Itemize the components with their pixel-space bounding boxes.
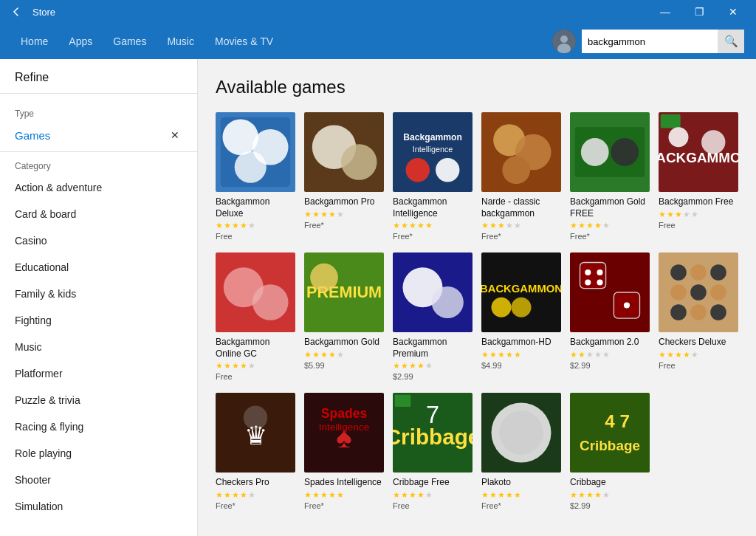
sidebar-item-role[interactable]: Role playing: [0, 440, 197, 467]
game-card[interactable]: ♛Checkers Pro★★★★★Free*: [216, 393, 295, 510]
sidebar-item-fighting[interactable]: Fighting: [0, 307, 197, 334]
page-title: Available games: [216, 77, 738, 97]
game-stars: ★★★★★: [216, 361, 295, 371]
nav-games[interactable]: Games: [104, 31, 155, 52]
star: ★: [594, 350, 602, 360]
svg-rect-25: [661, 114, 681, 128]
star: ★: [489, 221, 497, 230]
sidebar-item-casino[interactable]: Casino: [0, 227, 197, 254]
game-card[interactable]: PREMIUMBackgammon Gold★★★★★$5.99: [304, 252, 384, 381]
svg-point-57: [670, 304, 687, 320]
svg-rect-68: [395, 395, 411, 407]
game-card[interactable]: Plakoto★★★★★Free*: [481, 393, 561, 510]
star: ★: [498, 490, 505, 500]
game-name: Backgammon-HD: [481, 337, 561, 348]
svg-text:Intelligence: Intelligence: [319, 422, 369, 433]
sidebar-item-card[interactable]: Card & board: [0, 201, 197, 227]
svg-point-7: [235, 151, 267, 183]
close-button[interactable]: ✕: [716, 0, 750, 24]
game-name: Plakoto: [481, 477, 561, 489]
game-card[interactable]: BACKGAMMONBackgammon-HD★★★★★$4.99: [481, 252, 561, 381]
game-card[interactable]: ♠SpadesIntelligenceSpades Intelligence★★…: [304, 393, 384, 510]
svg-point-40: [492, 298, 512, 317]
star: ★: [659, 210, 666, 219]
star: ★: [232, 490, 239, 500]
game-card[interactable]: Cribbage7Cribbage Free★★★★★Free: [393, 393, 472, 510]
game-card[interactable]: Backgammon Premium★★★★★$2.99: [393, 252, 472, 381]
star: ★: [586, 350, 594, 360]
star: ★: [602, 490, 610, 500]
nav-movies[interactable]: Movies & TV: [206, 31, 282, 52]
game-card[interactable]: Backgammon Online GC★★★★★Free: [216, 252, 295, 381]
star: ★: [417, 490, 425, 500]
sidebar-item-simulation[interactable]: Simulation: [0, 493, 197, 520]
sidebar-item-family[interactable]: Family & kids: [0, 281, 197, 307]
search-button[interactable]: 🔍: [718, 30, 744, 53]
game-card[interactable]: BACKGAMMONBackgammon Free★★★★★Free: [659, 112, 738, 241]
game-card[interactable]: 47CribbageCribbage★★★★★$2.99: [570, 393, 650, 510]
sidebar-item-educational[interactable]: Educational: [0, 254, 197, 281]
nav-apps[interactable]: Apps: [60, 31, 101, 52]
sidebar-item-music[interactable]: Music: [0, 334, 197, 360]
game-thumbnail: [659, 252, 738, 332]
game-thumbnail: ♠SpadesIntelligence: [304, 393, 384, 473]
game-name: Backgammon Free: [659, 196, 738, 208]
svg-point-37: [432, 286, 464, 318]
sidebar-item-puzzle[interactable]: Puzzle & trivia: [0, 387, 197, 413]
search-input[interactable]: [582, 30, 718, 53]
game-name: Checkers Pro: [216, 477, 295, 489]
game-name: Backgammon Gold FREE: [570, 196, 650, 219]
svg-point-55: [690, 284, 707, 300]
star: ★: [224, 221, 231, 230]
maximize-button[interactable]: ❐: [682, 0, 716, 24]
svg-point-23: [611, 138, 639, 166]
svg-point-19: [502, 156, 530, 184]
sidebar-item-platformer[interactable]: Platformer: [0, 360, 197, 387]
game-name: Backgammon Gold: [304, 337, 384, 348]
game-card[interactable]: Backgammon Deluxe★★★★★Free: [216, 112, 295, 241]
game-card[interactable]: Checkers Deluxe★★★★★Free: [659, 252, 738, 381]
sidebar-item-action[interactable]: Action & adventure: [0, 174, 197, 201]
game-thumbnail: [393, 252, 472, 332]
star: ★: [393, 221, 400, 230]
game-card[interactable]: Narde - classic backgammon★★★★★Free*: [481, 112, 561, 241]
game-card[interactable]: Backgammon Gold FREE★★★★★Free*: [570, 112, 650, 241]
game-card[interactable]: Backgammon Pro★★★★★Free*: [304, 112, 384, 241]
game-price: $2.99: [393, 372, 472, 381]
sidebar-item-racing[interactable]: Racing & flying: [0, 413, 197, 440]
game-card[interactable]: Backgammon 2.0★★★★★$2.99: [570, 252, 650, 381]
svg-point-1: [560, 35, 568, 43]
svg-point-59: [710, 304, 726, 320]
game-thumbnail: [216, 252, 295, 332]
game-stars: ★★★★★: [216, 221, 295, 230]
star: ★: [425, 361, 433, 371]
nav-music[interactable]: Music: [158, 31, 203, 52]
star: ★: [586, 221, 594, 230]
svg-text:7: 7: [619, 412, 630, 432]
game-stars: ★★★★★: [570, 221, 650, 230]
star: ★: [667, 350, 674, 360]
game-thumbnail: [481, 393, 561, 473]
game-price: Free*: [481, 232, 561, 241]
minimize-button[interactable]: —: [648, 0, 682, 24]
game-thumbnail: [216, 112, 295, 192]
clear-type-button[interactable]: ✕: [168, 128, 182, 142]
star: ★: [320, 210, 328, 219]
star: ★: [216, 490, 223, 500]
game-name: Backgammon Online GC: [216, 337, 295, 360]
back-button[interactable]: [6, 1, 27, 22]
svg-text:BACKGAMMON: BACKGAMMON: [659, 150, 738, 165]
svg-point-22: [581, 138, 609, 166]
svg-point-49: [624, 303, 630, 309]
star: ★: [304, 210, 312, 219]
avatar[interactable]: [552, 30, 576, 53]
star: ★: [506, 490, 513, 500]
game-card[interactable]: BackgammonIntelligenceBackgammon Intelli…: [393, 112, 472, 241]
star: ★: [401, 361, 408, 371]
game-price: Free: [659, 361, 738, 370]
svg-point-45: [597, 269, 602, 275]
sidebar-item-shooter[interactable]: Shooter: [0, 467, 197, 493]
svg-point-47: [597, 280, 602, 286]
type-games-item[interactable]: Games ✕: [0, 122, 197, 148]
nav-home[interactable]: Home: [12, 31, 57, 52]
